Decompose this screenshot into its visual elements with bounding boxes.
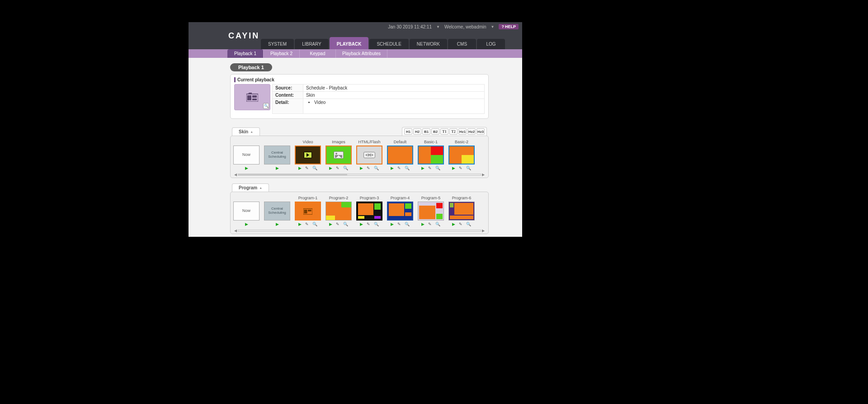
main-tab-library[interactable]: LIBRARY xyxy=(295,39,329,49)
play-icon[interactable]: ▶ xyxy=(421,166,425,171)
skin-html-thumb[interactable]: <H> xyxy=(356,146,382,164)
play-icon[interactable]: ▶ xyxy=(421,222,425,227)
subtab-playback-attributes[interactable]: Playback Attributes xyxy=(336,49,387,58)
tool-h2-icon[interactable]: H2 xyxy=(413,128,421,135)
skin-images-thumb[interactable] xyxy=(326,146,352,164)
scrollbar-thumb[interactable] xyxy=(238,174,347,175)
scroll-left-icon[interactable]: ◀ xyxy=(234,229,237,233)
program-item-5: Program-5 ▶ ✎ 🔍 xyxy=(418,196,444,227)
help-button[interactable]: ? HELP xyxy=(499,24,519,29)
skin-basic1-thumb[interactable] xyxy=(418,146,444,164)
tool-t1-icon[interactable]: T1 xyxy=(440,128,448,135)
program5-thumb[interactable] xyxy=(418,202,444,221)
zoom-icon[interactable]: 🔍 xyxy=(466,166,471,171)
layout-preview xyxy=(449,202,474,220)
skin-central-thumb[interactable]: Central Scheduling xyxy=(264,146,290,164)
edit-icon[interactable]: ✎ xyxy=(428,166,432,171)
zoom-icon[interactable]: 🔍 xyxy=(466,222,471,227)
subtab-keypad[interactable]: Keypad xyxy=(300,49,336,58)
zoom-icon[interactable]: 🔍 xyxy=(405,166,410,171)
edit-icon[interactable]: ✎ xyxy=(459,166,462,171)
play-icon[interactable]: ▶ xyxy=(329,222,332,227)
scroll-right-icon[interactable]: ▶ xyxy=(482,229,485,233)
program-central-thumb[interactable]: Central Scheduling xyxy=(264,202,290,221)
zoom-icon[interactable]: 🔍 xyxy=(405,222,410,227)
tool-t2-icon[interactable]: T2 xyxy=(449,128,458,135)
main-tab-playback[interactable]: PLAYBACK xyxy=(330,37,369,49)
thumb-label: Video xyxy=(295,140,321,145)
play-icon[interactable]: ▶ xyxy=(245,166,248,171)
subtab-playback2[interactable]: Playback 2 xyxy=(264,49,300,58)
tool-b1-icon[interactable]: B1 xyxy=(422,128,430,135)
current-playback-table: Source: Schedule - Playback Content: Ski… xyxy=(272,84,485,114)
edit-icon[interactable]: ✎ xyxy=(367,166,370,171)
zoom-icon[interactable]: 🔍 xyxy=(343,222,348,227)
play-icon[interactable]: ▶ xyxy=(276,222,279,227)
skin-now-thumb[interactable]: Now xyxy=(233,146,259,164)
program-scrollbar[interactable]: ◀ ▶ xyxy=(233,229,486,233)
play-icon[interactable]: ▶ xyxy=(360,222,363,227)
skin-video-thumb[interactable] xyxy=(295,146,321,164)
main-tab-log[interactable]: LOG xyxy=(477,39,505,49)
play-icon[interactable]: ▶ xyxy=(391,166,394,171)
zoom-icon[interactable]: 🔍 xyxy=(343,166,348,171)
skin-default-thumb[interactable] xyxy=(387,146,413,164)
tool-h1-icon[interactable]: H1 xyxy=(404,128,412,135)
chevron-down-icon[interactable]: ▼ xyxy=(436,25,440,29)
chevron-down-icon[interactable]: ▼ xyxy=(491,25,495,29)
play-icon[interactable]: ▶ xyxy=(452,222,455,227)
zoom-icon[interactable]: 🔍 xyxy=(435,166,440,171)
content-value: Skin xyxy=(303,92,485,99)
edit-icon[interactable]: ✎ xyxy=(459,222,462,227)
program6-thumb[interactable] xyxy=(448,202,475,221)
zoom-icon[interactable]: 🔍 xyxy=(374,166,379,171)
scroll-left-icon[interactable]: ◀ xyxy=(234,173,237,177)
program1-thumb[interactable] xyxy=(295,202,321,221)
subtab-playback1[interactable]: Playback 1 xyxy=(227,49,264,58)
program-tab[interactable]: Program ▲ xyxy=(232,183,269,192)
zoom-icon[interactable]: 🔍 xyxy=(263,103,269,109)
scrollbar-track[interactable] xyxy=(238,230,481,232)
current-playback-thumbnail[interactable]: 🔍 xyxy=(234,84,270,110)
edit-icon[interactable]: ✎ xyxy=(367,222,370,227)
edit-icon[interactable]: ✎ xyxy=(397,222,401,227)
play-icon[interactable]: ▶ xyxy=(360,166,363,171)
main-tab-cms[interactable]: CMS xyxy=(448,39,476,49)
skin-tab[interactable]: Skin ▲ xyxy=(232,127,260,136)
program-now-thumb[interactable]: Now xyxy=(233,202,259,221)
thumb-label: Program-3 xyxy=(356,196,382,201)
edit-icon[interactable]: ✎ xyxy=(428,222,432,227)
program3-thumb[interactable] xyxy=(356,202,382,221)
play-icon[interactable]: ▶ xyxy=(391,222,394,227)
program4-thumb[interactable] xyxy=(387,202,413,221)
play-icon[interactable]: ▶ xyxy=(276,166,279,171)
play-icon[interactable]: ▶ xyxy=(245,222,248,227)
tool-hz2-icon[interactable]: Hz2 xyxy=(467,128,476,135)
program-item-4: Program-4 ▶ ✎ 🔍 xyxy=(387,196,413,227)
edit-icon[interactable]: ✎ xyxy=(336,222,340,227)
edit-icon[interactable]: ✎ xyxy=(305,222,309,227)
play-icon[interactable]: ▶ xyxy=(298,166,302,171)
detail-scroll[interactable]: Video xyxy=(306,100,481,113)
edit-icon[interactable]: ✎ xyxy=(336,166,340,171)
main-tab-schedule[interactable]: SCHEDULE xyxy=(369,39,408,49)
scroll-right-icon[interactable]: ▶ xyxy=(482,173,485,177)
scrollbar-track[interactable] xyxy=(238,174,481,176)
zoom-icon[interactable]: 🔍 xyxy=(374,222,379,227)
main-tab-network[interactable]: NETWORK xyxy=(410,39,447,49)
edit-icon[interactable]: ✎ xyxy=(397,166,401,171)
tool-hz1-icon[interactable]: Hz1 xyxy=(458,128,467,135)
skin-scrollbar[interactable]: ◀ ▶ xyxy=(233,173,486,177)
program2-thumb[interactable] xyxy=(326,202,352,221)
edit-icon[interactable]: ✎ xyxy=(305,166,309,171)
play-icon[interactable]: ▶ xyxy=(329,166,332,171)
play-icon[interactable]: ▶ xyxy=(452,166,455,171)
skin-basic2-thumb[interactable] xyxy=(448,146,475,164)
play-icon[interactable]: ▶ xyxy=(298,222,302,227)
tool-hz3-icon[interactable]: Hz3 xyxy=(476,128,485,135)
zoom-icon[interactable]: 🔍 xyxy=(312,166,317,171)
zoom-icon[interactable]: 🔍 xyxy=(435,222,440,227)
zoom-icon[interactable]: 🔍 xyxy=(312,222,317,227)
main-tab-system[interactable]: SYSTEM xyxy=(261,39,294,49)
tool-b2-icon[interactable]: B2 xyxy=(431,128,439,135)
